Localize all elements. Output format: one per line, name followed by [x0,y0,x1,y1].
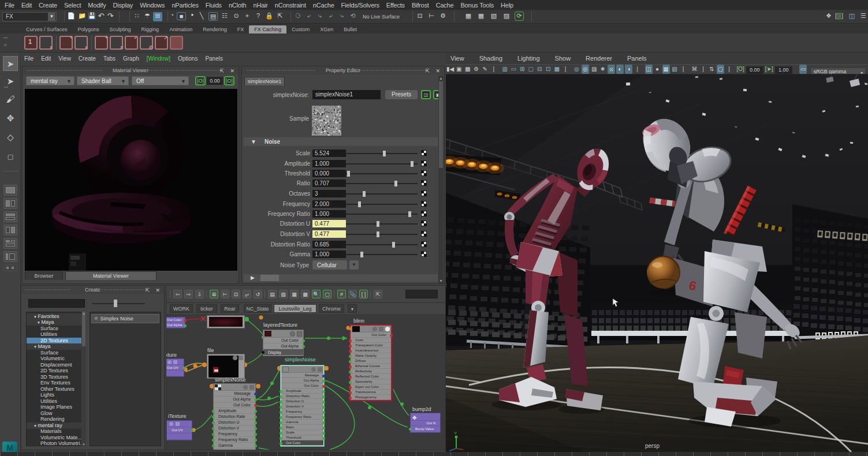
svg-text:Y: Y [454,431,457,436]
svg-text:persp: persp [645,443,660,449]
